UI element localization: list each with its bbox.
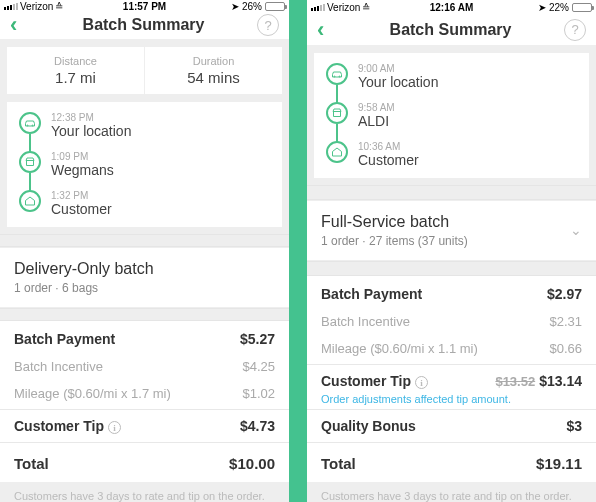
- timeline-time: 1:09 PM: [51, 151, 114, 162]
- tip-label: Customer Tipi: [321, 373, 428, 390]
- timeline-time: 12:38 PM: [51, 112, 131, 123]
- signal-icon: [4, 3, 18, 10]
- nav-bar: ‹ Batch Summary ?: [307, 14, 596, 46]
- chevron-down-icon: ⌄: [570, 222, 582, 238]
- batch-type-card[interactable]: Full-Service batch 1 order · 27 items (3…: [307, 200, 596, 261]
- incentive-label: Batch Incentive: [321, 314, 410, 329]
- status-bar: Verizon ≙ 11:57 PM ➤ 26%: [0, 0, 289, 12]
- bonus-label: Quality Bonus: [321, 418, 416, 434]
- timeline-label: Your location: [358, 74, 438, 90]
- wifi-icon: ≙: [362, 2, 370, 13]
- carrier-label: Verizon: [327, 2, 360, 13]
- page-title: Batch Summary: [30, 16, 257, 34]
- timeline-label: Customer: [358, 152, 419, 168]
- batch-type-card[interactable]: Delivery-Only batch 1 order · 6 bags: [0, 247, 289, 308]
- batch-payment-value: $2.97: [547, 286, 582, 302]
- help-button[interactable]: ?: [564, 19, 586, 41]
- back-button[interactable]: ‹: [317, 17, 337, 43]
- mileage-label: Mileage ($0.60/mi x 1.7 mi): [14, 386, 171, 401]
- distance-value: 1.7 mi: [7, 69, 144, 86]
- footer-note: Customers have 3 days to rate and tip on…: [307, 482, 596, 502]
- timeline-label: Customer: [51, 201, 112, 217]
- carrier-label: Verizon: [20, 1, 53, 12]
- total-label: Total: [14, 455, 49, 472]
- total-value: $19.11: [536, 455, 582, 472]
- tip-value: $13.52$13.14: [495, 373, 582, 389]
- store-icon: [19, 151, 41, 173]
- timeline-time: 9:00 AM: [358, 63, 438, 74]
- tip-note: Order adjustments affected tip amount.: [321, 393, 582, 405]
- payment-card: Batch Payment $5.27 Batch Incentive $4.2…: [0, 321, 289, 483]
- timeline-label: Wegmans: [51, 162, 114, 178]
- timeline-time: 10:36 AM: [358, 141, 419, 152]
- duration-label: Duration: [145, 55, 282, 67]
- timeline-label: Your location: [51, 123, 131, 139]
- total-value: $10.00: [229, 455, 275, 472]
- payment-card: Batch Payment $2.97 Batch Incentive $2.3…: [307, 276, 596, 483]
- bonus-value: $3: [566, 418, 582, 434]
- battery-icon: [265, 2, 285, 11]
- clock: 12:16 AM: [405, 2, 499, 13]
- home-icon: [326, 141, 348, 163]
- timeline-time: 1:32 PM: [51, 190, 112, 201]
- batch-type-title: Full-Service batch: [321, 213, 468, 231]
- distance-label: Distance: [7, 55, 144, 67]
- batch-type-title: Delivery-Only batch: [14, 260, 154, 278]
- phone-left: Verizon ≙ 11:57 PM ➤ 26% ‹ Batch Summary…: [0, 0, 289, 502]
- batch-payment-label: Batch Payment: [14, 331, 115, 347]
- back-button[interactable]: ‹: [10, 12, 30, 38]
- mileage-value: $1.02: [242, 386, 275, 401]
- total-label: Total: [321, 455, 356, 472]
- car-icon: [326, 63, 348, 85]
- timeline-label: ALDI: [358, 113, 395, 129]
- location-icon: ➤: [231, 1, 239, 12]
- batch-type-sub: 1 order · 27 items (37 units): [321, 234, 468, 248]
- tip-label: Customer Tipi: [14, 418, 121, 435]
- home-icon: [19, 190, 41, 212]
- mileage-label: Mileage ($0.60/mi x 1.1 mi): [321, 341, 478, 356]
- page-title: Batch Summary: [337, 21, 564, 39]
- footer-note: Customers have 3 days to rate and tip on…: [0, 482, 289, 502]
- incentive-label: Batch Incentive: [14, 359, 103, 374]
- incentive-value: $4.25: [242, 359, 275, 374]
- batch-payment-label: Batch Payment: [321, 286, 422, 302]
- timeline-card: 12:38 PM Your location 1:09 PM Wegmans 1…: [6, 101, 283, 228]
- wifi-icon: ≙: [55, 1, 63, 12]
- status-bar: Verizon ≙ 12:16 AM ➤ 22%: [307, 0, 596, 14]
- timeline-card: 9:00 AM Your location 9:58 AM ALDI 10:36…: [313, 52, 590, 179]
- batch-type-sub: 1 order · 6 bags: [14, 281, 154, 295]
- signal-icon: [311, 4, 325, 11]
- help-button[interactable]: ?: [257, 14, 279, 36]
- info-icon[interactable]: i: [108, 421, 121, 434]
- car-icon: [19, 112, 41, 134]
- incentive-value: $2.31: [549, 314, 582, 329]
- battery-pct: 26%: [242, 1, 262, 12]
- battery-icon: [572, 3, 592, 12]
- stats-card: Distance 1.7 mi Duration 54 mins: [6, 46, 283, 95]
- battery-pct: 22%: [549, 2, 569, 13]
- duration-value: 54 mins: [145, 69, 282, 86]
- tip-value: $4.73: [240, 418, 275, 434]
- location-icon: ➤: [538, 2, 546, 13]
- info-icon[interactable]: i: [415, 376, 428, 389]
- clock: 11:57 PM: [98, 1, 192, 12]
- phone-right: Verizon ≙ 12:16 AM ➤ 22% ‹ Batch Summary…: [307, 0, 596, 502]
- batch-payment-value: $5.27: [240, 331, 275, 347]
- store-icon: [326, 102, 348, 124]
- timeline-time: 9:58 AM: [358, 102, 395, 113]
- nav-bar: ‹ Batch Summary ?: [0, 12, 289, 40]
- mileage-value: $0.66: [549, 341, 582, 356]
